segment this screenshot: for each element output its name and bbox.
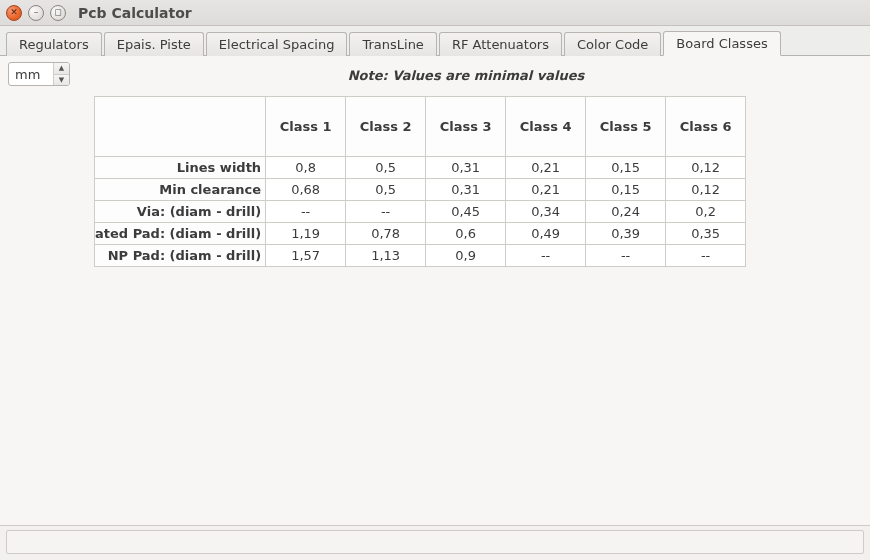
table-row: Min clearance 0,68 0,5 0,31 0,21 0,15 0,… — [95, 179, 746, 201]
tab-transline[interactable]: TransLine — [349, 32, 436, 56]
window-title: Pcb Calculator — [78, 5, 192, 21]
table-cell: 1,19 — [266, 223, 346, 245]
table-cell: 1,57 — [266, 245, 346, 267]
tab-rf-attenuators[interactable]: RF Attenuators — [439, 32, 562, 56]
table-row: NP Pad: (diam - drill) 1,57 1,13 0,9 -- … — [95, 245, 746, 267]
table-row: Via: (diam - drill) -- -- 0,45 0,34 0,24… — [95, 201, 746, 223]
table-cell: 0,39 — [586, 223, 666, 245]
window-close-button[interactable]: ✕ — [6, 5, 22, 21]
table-corner-cell — [95, 97, 266, 157]
window-minimize-button[interactable]: – — [28, 5, 44, 21]
unit-spinner-arrows: ▲ ▼ — [53, 63, 69, 85]
minimize-icon: – — [34, 8, 39, 17]
table-cell: 0,45 — [426, 201, 506, 223]
table-cell: 1,13 — [346, 245, 426, 267]
tab-color-code[interactable]: Color Code — [564, 32, 661, 56]
table-cell: 0,21 — [506, 179, 586, 201]
table-cell: 0,31 — [426, 179, 506, 201]
note-text: Note: Values are minimal values — [70, 66, 862, 83]
chevron-up-icon[interactable]: ▲ — [54, 63, 69, 75]
maximize-icon: ◻ — [54, 8, 61, 17]
tab-epais-piste[interactable]: Epais. Piste — [104, 32, 204, 56]
table-cell: -- — [586, 245, 666, 267]
board-classes-table-wrap: Class 1 Class 2 Class 3 Class 4 Class 5 … — [94, 96, 862, 267]
status-bar — [6, 530, 864, 554]
chevron-down-icon[interactable]: ▼ — [54, 75, 69, 86]
table-cell: 0,15 — [586, 157, 666, 179]
table-cell: 0,12 — [666, 179, 746, 201]
table-row: Lines width 0,8 0,5 0,31 0,21 0,15 0,12 — [95, 157, 746, 179]
tab-regulators[interactable]: Regulators — [6, 32, 102, 56]
table-cell: 0,24 — [586, 201, 666, 223]
row-label: Via: (diam - drill) — [95, 201, 266, 223]
tab-strip: Regulators Epais. Piste Electrical Spaci… — [0, 26, 870, 56]
close-icon: ✕ — [10, 8, 18, 17]
table-cell: 0,5 — [346, 157, 426, 179]
row-label: Lines width — [95, 157, 266, 179]
table-header-row: Class 1 Class 2 Class 3 Class 4 Class 5 … — [95, 97, 746, 157]
table-cell: 0,21 — [506, 157, 586, 179]
col-header: Class 1 — [266, 97, 346, 157]
tab-board-classes[interactable]: Board Classes — [663, 31, 780, 56]
unit-value: mm — [9, 63, 53, 85]
table-cell: 0,2 — [666, 201, 746, 223]
table-cell: 0,68 — [266, 179, 346, 201]
row-label: NP Pad: (diam - drill) — [95, 245, 266, 267]
table-cell: 0,6 — [426, 223, 506, 245]
table-cell: 0,8 — [266, 157, 346, 179]
unit-spinner[interactable]: mm ▲ ▼ — [8, 62, 70, 86]
tab-electrical-spacing[interactable]: Electrical Spacing — [206, 32, 348, 56]
table-cell: 0,78 — [346, 223, 426, 245]
table-cell: 0,34 — [506, 201, 586, 223]
table-row: ated Pad: (diam - drill) 1,19 0,78 0,6 0… — [95, 223, 746, 245]
col-header: Class 6 — [666, 97, 746, 157]
table-cell: 0,31 — [426, 157, 506, 179]
table-cell: 0,15 — [586, 179, 666, 201]
title-bar: ✕ – ◻ Pcb Calculator — [0, 0, 870, 26]
board-classes-table: Class 1 Class 2 Class 3 Class 4 Class 5 … — [94, 96, 746, 267]
table-cell: -- — [506, 245, 586, 267]
window-maximize-button[interactable]: ◻ — [50, 5, 66, 21]
table-cell: 0,35 — [666, 223, 746, 245]
row-label: Min clearance — [95, 179, 266, 201]
col-header: Class 4 — [506, 97, 586, 157]
table-cell: 0,5 — [346, 179, 426, 201]
table-cell: 0,9 — [426, 245, 506, 267]
row-label: ated Pad: (diam - drill) — [95, 223, 266, 245]
table-cell: -- — [346, 201, 426, 223]
tab-content: mm ▲ ▼ Note: Values are minimal values C… — [0, 56, 870, 526]
col-header: Class 3 — [426, 97, 506, 157]
table-cell: -- — [666, 245, 746, 267]
content-top-row: mm ▲ ▼ Note: Values are minimal values — [8, 62, 862, 86]
table-cell: 0,49 — [506, 223, 586, 245]
table-cell: -- — [266, 201, 346, 223]
table-cell: 0,12 — [666, 157, 746, 179]
col-header: Class 2 — [346, 97, 426, 157]
col-header: Class 5 — [586, 97, 666, 157]
